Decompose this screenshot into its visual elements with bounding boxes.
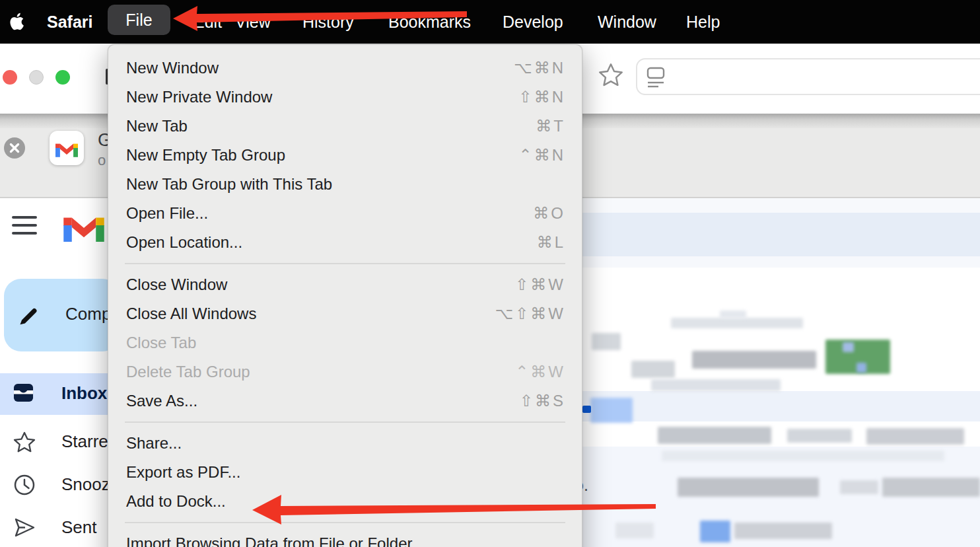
menu-item-label: Add to Dock... (126, 492, 565, 511)
file-menu-item: Delete Tab Group ⌃⌘W (108, 357, 582, 386)
clock-icon (13, 474, 36, 499)
menubar-item-file-active[interactable]: File (108, 5, 170, 35)
menu-item-label: Open File... (126, 204, 533, 223)
zoom-traffic-light[interactable] (55, 70, 70, 85)
menu-bar: Safari File Edit View History Bookmarks … (0, 0, 980, 44)
file-menu-item[interactable]: Share... (108, 429, 582, 458)
menubar-item-window[interactable]: Window (598, 0, 656, 44)
menu-item-label: Close Window (126, 275, 515, 294)
close-icon[interactable] (4, 137, 25, 159)
menu-item-shortcut: ⌃⌘W (515, 363, 565, 381)
file-menu-item[interactable]: Close Window ⇧⌘W (108, 270, 582, 299)
hamburger-menu-icon[interactable] (12, 216, 37, 240)
file-menu-panel: New Window ⌥⌘N New Private Window ⇧⌘N Ne… (108, 44, 582, 547)
menu-item-label: Open Location... (126, 233, 537, 252)
reader-view-icon[interactable] (647, 67, 665, 92)
sidebar-item-sent[interactable]: Sent (0, 507, 122, 547)
suggestion-subtitle: o (98, 152, 106, 169)
file-menu-item[interactable]: Close All Windows ⌥⇧⌘W (108, 299, 582, 328)
menu-item-shortcut: ⇧⌘N (519, 88, 565, 106)
sidebar-item-snoozed[interactable]: Snoozed (0, 464, 122, 506)
url-address-field[interactable] (636, 58, 980, 95)
menu-item-label: Close Tab (126, 334, 565, 352)
file-menu-item[interactable]: New Empty Tab Group ⌃⌘N (108, 141, 582, 170)
star-icon (13, 431, 36, 456)
menu-separator (125, 263, 565, 264)
file-menu-item[interactable]: Save As... ⇧⌘S (108, 386, 582, 416)
send-icon (13, 517, 36, 542)
file-menu-item[interactable]: Add to Dock... (108, 487, 582, 516)
file-menu-item[interactable]: Export as PDF... (108, 458, 582, 487)
menu-separator (125, 522, 565, 523)
menu-item-label: Export as PDF... (126, 463, 565, 482)
menubar-item-help[interactable]: Help (686, 0, 720, 44)
file-menu-item[interactable]: Open File... ⌘O (108, 199, 582, 228)
menu-item-shortcut: ⌘L (537, 233, 565, 252)
sidebar-item-label: Inbox (61, 383, 107, 404)
pencil-icon (17, 303, 41, 329)
sidebar-item-starred[interactable]: Starred (0, 421, 122, 463)
menubar-item-edit[interactable]: Edit (193, 0, 222, 44)
menu-separator (125, 421, 565, 423)
menu-item-label: Delete Tab Group (126, 363, 515, 381)
menu-item-label: Share... (126, 434, 565, 453)
menu-item-shortcut: ⌘O (533, 204, 565, 223)
sidebar-item-label: Sent (61, 517, 97, 538)
menu-item-shortcut: ⇧⌘W (515, 275, 565, 294)
menu-item-label: Import Browsing Data from File or Folder (126, 534, 565, 547)
file-menu-item[interactable]: New Tab ⌘T (108, 112, 582, 141)
file-menu-item[interactable]: New Private Window ⇧⌘N (108, 83, 582, 112)
screen: Compose Inbox Starred (0, 0, 980, 547)
file-menu-item[interactable]: New Window ⌥⌘N (108, 54, 582, 83)
compose-button[interactable]: Compose (4, 279, 120, 351)
menu-item-label: New Private Window (126, 88, 519, 106)
file-menu-item[interactable]: Open Location... ⌘L (108, 228, 582, 257)
minimize-traffic-light[interactable] (29, 70, 44, 85)
menu-item-label: Save As... (126, 392, 520, 410)
sidebar-item-inbox[interactable]: Inbox (0, 373, 122, 415)
menu-item-shortcut: ⇧⌘S (520, 392, 565, 410)
menu-item-label: New Tab Group with This Tab (126, 175, 565, 194)
file-menu-item[interactable]: New Tab Group with This Tab (108, 170, 582, 199)
file-menu-item: Close Tab (108, 328, 582, 357)
menu-item-shortcut: ⌘T (536, 117, 565, 135)
menu-item-label: New Empty Tab Group (126, 146, 519, 164)
menubar-app-name[interactable]: Safari (47, 0, 92, 44)
gmail-favicon[interactable] (50, 131, 84, 165)
menubar-item-history[interactable]: History (302, 0, 354, 44)
bookmark-star-icon[interactable] (598, 62, 623, 90)
menubar-item-bookmarks[interactable]: Bookmarks (388, 0, 471, 44)
menu-item-label: New Window (126, 59, 514, 77)
menu-item-shortcut: ⌥⇧⌘W (495, 305, 565, 323)
menu-item-label: Close All Windows (126, 305, 495, 323)
menubar-item-develop[interactable]: Develop (503, 0, 563, 44)
gmail-logo-icon (63, 210, 104, 244)
apple-menu-icon[interactable] (9, 12, 24, 34)
menubar-item-view[interactable]: View (235, 0, 271, 44)
menu-item-label: New Tab (126, 117, 536, 135)
close-window-traffic-light[interactable] (3, 70, 17, 85)
menu-item-shortcut: ⌃⌘N (519, 146, 565, 164)
file-menu-item[interactable]: Import Browsing Data from File or Folder (108, 529, 582, 547)
inbox-icon (13, 383, 34, 406)
menu-item-shortcut: ⌥⌘N (514, 59, 565, 77)
